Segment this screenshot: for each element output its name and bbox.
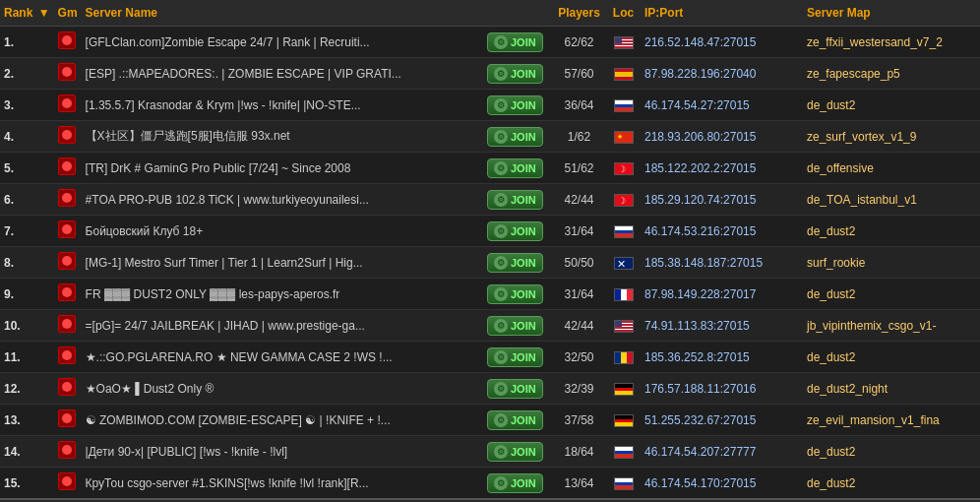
- game-icon: [58, 252, 76, 270]
- players-cell: 31/64: [552, 279, 606, 310]
- game-icon: [58, 283, 76, 301]
- servername-text: =[pG]= 24/7 JAILBREAK | JIHAD | www.pres…: [86, 319, 450, 333]
- ip-cell: 218.93.206.80:27015: [641, 121, 803, 153]
- join-label: JOIN: [511, 414, 536, 426]
- rank-sort-arrow: ▼: [38, 6, 50, 20]
- ip-cell: 51.255.232.67:27015: [641, 405, 803, 436]
- players-cell: 62/62: [552, 27, 606, 58]
- game-icon: [58, 315, 76, 333]
- map-text: ze_evil_mansion_v1_fina: [807, 413, 940, 427]
- loc-cell: [606, 184, 641, 216]
- table-row: 14.|Дети 90-х| [PUBLIC] [!ws - !knife - …: [0, 436, 980, 468]
- join-label: JOIN: [511, 36, 536, 48]
- join-button[interactable]: ⚙JOIN: [487, 379, 543, 399]
- players-text: 51/62: [564, 161, 593, 175]
- map-cell: ze_ffxii_westersand_v7_2: [803, 27, 980, 58]
- table-row: 4.【X社区】僵尸逃跑[5服]电信服 93x.net⚙JOIN1/62218.9…: [0, 121, 980, 153]
- game-icon: [58, 378, 76, 396]
- join-button[interactable]: ⚙JOIN: [487, 410, 543, 430]
- servername-cell: [MG-1] Mestro Surf Timer | Tier 1 | Lear…: [82, 247, 483, 279]
- servername-text: FR ▓▓▓ DUST2 ONLY ▓▓▓ les-papys-aperos.f…: [86, 287, 450, 301]
- ip-text: 46.174.54.27:27015: [644, 98, 750, 112]
- servermap-header[interactable]: Server Map: [803, 0, 980, 27]
- gm-cell: [54, 342, 82, 373]
- loc-cell: [606, 27, 641, 58]
- servername-text: [MG-1] Mestro Surf Timer | Tier 1 | Lear…: [86, 256, 450, 270]
- join-button[interactable]: ⚙JOIN: [487, 284, 543, 304]
- players-text: 57/60: [564, 67, 593, 81]
- flag-icon: [614, 99, 634, 112]
- players-text: 50/50: [564, 256, 593, 270]
- join-button[interactable]: ⚙JOIN: [487, 347, 543, 367]
- map-text: de_dust2: [807, 287, 855, 301]
- map-cell: jb_vipinthemix_csgo_v1-: [803, 310, 980, 342]
- players-text: 31/64: [564, 287, 593, 301]
- gm-cell: [54, 468, 82, 500]
- join-label: JOIN: [511, 257, 536, 269]
- join-button[interactable]: ⚙JOIN: [487, 253, 543, 273]
- join-button[interactable]: ⚙JOIN: [487, 158, 543, 178]
- loc-cell: [606, 216, 641, 247]
- rank-header[interactable]: Rank ▼: [0, 0, 54, 27]
- game-icon: [58, 220, 76, 238]
- ip-text: 46.174.54.207:27777: [644, 445, 756, 459]
- join-button[interactable]: ⚙JOIN: [487, 221, 543, 241]
- map-text: ze_fapescape_p5: [807, 67, 900, 81]
- ip-text: 51.255.232.67:27015: [644, 413, 756, 427]
- rank-cell: 8.: [0, 247, 54, 279]
- rank-cell: 10.: [0, 310, 54, 342]
- join-button[interactable]: ⚙JOIN: [487, 190, 543, 210]
- join-button[interactable]: ⚙JOIN: [487, 64, 543, 84]
- table-row: 12.★OaO★ ▌Dust2 Only ®⚙JOIN32/39176.57.1…: [0, 373, 980, 405]
- game-icon: [58, 441, 76, 459]
- ip-text: 87.98.149.228:27017: [644, 287, 756, 301]
- players-cell: 32/50: [552, 342, 606, 373]
- ip-text: 185.122.202.2:27015: [644, 161, 756, 175]
- join-label: JOIN: [511, 225, 536, 237]
- map-cell: ze_evil_mansion_v1_fina: [803, 405, 980, 436]
- ip-header[interactable]: IP:Port: [641, 0, 803, 27]
- join-button[interactable]: ⚙JOIN: [487, 95, 543, 115]
- players-cell: 18/64: [552, 436, 606, 468]
- gear-icon: ⚙: [494, 350, 508, 364]
- flag-icon: [614, 446, 634, 459]
- ip-cell: 87.98.149.228:27017: [641, 279, 803, 310]
- loc-header[interactable]: Loc: [606, 0, 641, 27]
- ip-text: 46.174.53.216:27015: [644, 224, 756, 238]
- players-text: 32/39: [564, 382, 593, 396]
- servername-cell: 【X社区】僵尸逃跑[5服]电信服 93x.net: [82, 121, 483, 153]
- join-button[interactable]: ⚙JOIN: [487, 316, 543, 336]
- ip-cell: 46.174.54.170:27015: [641, 468, 803, 500]
- join-cell: ⚙JOIN: [483, 90, 552, 121]
- ip-cell: 185.122.202.2:27015: [641, 153, 803, 184]
- servername-cell: КруТоu csgo-server #1.SKINS[!ws !knife !…: [82, 468, 483, 500]
- loc-cell: [606, 342, 641, 373]
- rank-cell: 2.: [0, 58, 54, 90]
- join-button[interactable]: ⚙JOIN: [487, 127, 543, 147]
- players-cell: 31/64: [552, 216, 606, 247]
- join-button[interactable]: ⚙JOIN: [487, 473, 543, 493]
- servername-cell: |Дети 90-х| [PUBLIC] [!ws - !knife - !lv…: [82, 436, 483, 468]
- map-text: de_TOA_istanbul_v1: [807, 193, 917, 207]
- servername-cell: FR ▓▓▓ DUST2 ONLY ▓▓▓ les-papys-aperos.f…: [82, 279, 483, 310]
- players-header[interactable]: Players: [552, 0, 606, 27]
- players-cell: 36/64: [552, 90, 606, 121]
- join-button[interactable]: ⚙JOIN: [487, 442, 543, 462]
- join-button[interactable]: ⚙JOIN: [487, 32, 543, 52]
- rank-cell: 1.: [0, 27, 54, 58]
- join-cell: ⚙JOIN: [483, 436, 552, 468]
- servername-cell: ☯ ZOMBIMOD.COM [ZOMBIE-ESCAPE] ☯ | !KNIF…: [82, 405, 483, 436]
- rank-cell: 9.: [0, 279, 54, 310]
- game-icon: [58, 472, 76, 490]
- servername-cell: #TOA PRO-PUB 102.8 TiCK | www.turkiyeoyu…: [82, 184, 483, 216]
- rank-cell: 4.: [0, 121, 54, 153]
- server-list: 1.[GFLClan.com]Zombie Escape 24/7 | Rank…: [0, 27, 980, 500]
- gm-cell: [54, 184, 82, 216]
- join-cell: ⚙JOIN: [483, 121, 552, 153]
- game-icon: [58, 346, 76, 364]
- ip-text: 74.91.113.83:27015: [644, 319, 750, 333]
- table-header-row: Rank ▼ Gm Server Name Players Loc IP:Por…: [0, 0, 980, 27]
- players-cell: 42/44: [552, 184, 606, 216]
- map-text: de_dust2: [807, 476, 855, 490]
- flag-icon: [614, 351, 634, 364]
